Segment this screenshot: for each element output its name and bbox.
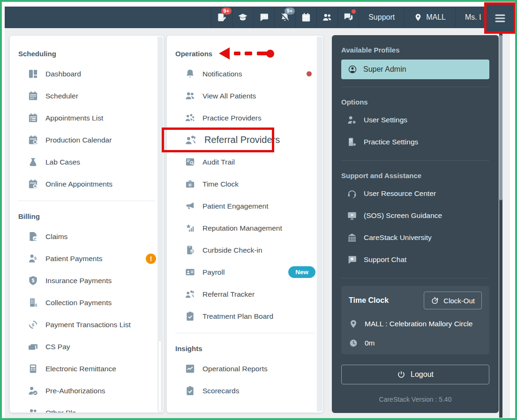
divider [175, 333, 315, 333]
menu-item-support-chat[interactable]: Support Chat [341, 248, 489, 270]
svg-text:$: $ [35, 303, 37, 308]
menu-item-payment-transactions-list[interactable]: $ Payment Transactions List [10, 314, 164, 336]
university-icon [347, 232, 357, 243]
menu-item-online-appointments[interactable]: Online Appointments [10, 173, 164, 195]
support-chat-icon [347, 255, 357, 265]
patients-icon [185, 90, 195, 101]
count-badge: 9+ [285, 8, 295, 15]
menu-item-practice-providers[interactable]: Practice Providers [167, 107, 323, 129]
menu-item-pre-authorizations[interactable]: Pre-Authorizations [10, 380, 164, 402]
alert-badge: ! [146, 254, 156, 264]
calendar-list-icon [28, 112, 38, 123]
scrollbar-track[interactable] [317, 37, 322, 412]
version-label: CareStack Version : 5.40 [341, 396, 489, 403]
menu-item-payroll[interactable]: Payroll New [167, 261, 323, 283]
options-title: Options [341, 95, 489, 109]
payroll-icon [185, 267, 195, 278]
feedback-gauge-icon [259, 12, 269, 22]
menu-item-practice-settings[interactable]: Practice Settings [341, 131, 489, 153]
menu-item-treatment-plan-board[interactable]: Treatment Plan Board [167, 305, 323, 327]
clock-out-button[interactable]: Clock-Out [424, 292, 482, 309]
pin-icon [414, 13, 422, 22]
topbar-support-button[interactable]: Support [359, 7, 404, 28]
app-window: 9+ 9+ Support MALL Ms. L [0, 0, 517, 420]
menu-item-curbside-check-in[interactable]: Curbside Check-in [167, 239, 323, 261]
clipboard-check-icon [185, 385, 195, 396]
headset-icon [347, 188, 357, 199]
menu-item-production-calendar[interactable]: Production Calendar [10, 129, 164, 151]
new-badge: New [288, 266, 315, 278]
topbar-messages-button[interactable] [337, 7, 359, 28]
menu-item-patient-payments[interactable]: $ Patient Payments ! [10, 248, 164, 270]
menu-item-referral-tracker[interactable]: Referral Tracker [167, 283, 323, 305]
main-menu-button[interactable] [484, 2, 516, 34]
hamburger-icon [494, 12, 507, 25]
time-clock-title: Time Clock [349, 296, 389, 305]
divider [18, 201, 155, 201]
user-gear-icon [347, 115, 357, 125]
menu-item-patient-engagement[interactable]: Patient Engagement [167, 195, 323, 217]
calendar-plus-icon [28, 179, 38, 189]
briefcase-clock-icon [185, 179, 195, 189]
power-icon [397, 370, 405, 379]
available-profiles-title: Available Profiles [341, 43, 489, 57]
calculator-icon [28, 363, 38, 374]
profile-super-admin[interactable]: Super Admin [341, 60, 489, 79]
menu-item-audit-trail[interactable]: Audit Trail [167, 151, 323, 173]
menu-item-lab-cases[interactable]: Lab Cases [10, 151, 164, 173]
logout-button[interactable]: Logout [341, 365, 489, 384]
curbside-icon [185, 245, 195, 255]
menu-item-referral-providers[interactable]: Referral Providers [167, 129, 323, 151]
top-navigation-bar: 9+ 9+ Support MALL Ms. L [5, 7, 514, 28]
menu-item-other[interactable]: Other Pla [10, 402, 164, 413]
menu-item-sos-screen-guidance[interactable]: (SOS) Screen Guidance [341, 204, 489, 226]
calendar-icon [28, 90, 38, 101]
audit-icon [185, 157, 195, 167]
count-badge: 9+ [221, 8, 232, 15]
topbar-user-button[interactable]: Ms. L [455, 7, 481, 28]
topbar-notifications-button[interactable]: 9+ [274, 7, 295, 28]
topbar-location-button[interactable]: MALL [404, 7, 455, 28]
section-title-operations: Operations [167, 44, 323, 63]
menu-item-insurance-payments[interactable]: $ Insurance Payments [10, 270, 164, 292]
menu-item-notifications[interactable]: Notifications [167, 63, 323, 85]
bell-icon [185, 68, 195, 79]
lab-flask-icon [28, 157, 38, 167]
scrollbar-track[interactable] [157, 37, 163, 412]
divider [341, 87, 489, 87]
transactions-icon: $ [28, 319, 38, 330]
patients-icon [322, 12, 332, 22]
menu-item-claims[interactable]: Claims [10, 225, 164, 248]
menu-item-appointments-list[interactable]: Appointments List [10, 107, 164, 129]
reputation-icon [185, 223, 195, 233]
annotation-arrow [219, 47, 274, 60]
topbar-feedback-button[interactable] [253, 7, 274, 28]
menu-item-user-settings[interactable]: User Settings [341, 109, 489, 131]
topbar-patients-button[interactable] [316, 7, 337, 28]
scrollbar-thumb[interactable] [499, 35, 502, 200]
topbar-education-button[interactable] [232, 7, 253, 28]
support-assistance-title: Support and Assistance [341, 168, 489, 182]
topbar-calendar-button[interactable] [295, 7, 316, 28]
menu-item-scheduler[interactable]: Scheduler [10, 85, 164, 107]
menu-item-carestack-university[interactable]: CareStack University [341, 226, 489, 248]
menu-item-user-resource-center[interactable]: User Resource Center [341, 182, 489, 204]
menu-item-electronic-remittance[interactable]: Electronic Remittance [10, 358, 164, 380]
screen-guide-icon [347, 210, 357, 221]
providers-icon [185, 112, 195, 123]
menu-item-scorecards[interactable]: Scorecards [167, 380, 323, 402]
menu-item-operational-reports[interactable]: Operational Reports [167, 358, 323, 380]
time-clock-card: Time Clock Clock-Out MALL : Celebration … [341, 286, 489, 354]
menu-item-view-all-patients[interactable]: View All Patients [167, 85, 323, 107]
menu-item-cs-pay[interactable]: CS Pay [10, 336, 164, 358]
menu-item-dashboard[interactable]: Dashboard [10, 63, 164, 85]
menu-item-time-clock[interactable]: Time Clock [167, 173, 323, 195]
profile-panel: Available Profiles Super Admin Options U… [332, 35, 499, 413]
scrollbar-thumb[interactable] [158, 340, 162, 412]
scheduling-billing-menu: Scheduling Dashboard Scheduler Appointme… [9, 35, 164, 413]
menu-item-reputation-management[interactable]: Reputation Management [167, 217, 323, 239]
topbar-tasks-button[interactable]: 9+ [211, 7, 232, 28]
shield-dollar-icon: $ [28, 275, 38, 286]
credit-card-icon [28, 341, 38, 352]
menu-item-collection-payments[interactable]: $ Collection Payments [10, 292, 164, 314]
